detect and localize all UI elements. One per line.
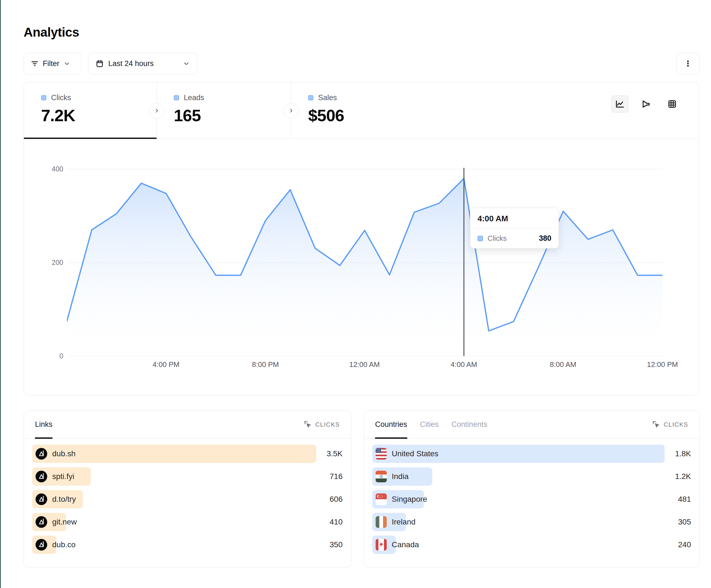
geo-panel: Countries Cities Continents CLICKS: [364, 410, 699, 567]
cities-tab-label: Cities: [420, 420, 439, 429]
country-label: India: [392, 472, 409, 481]
link-row[interactable]: dub.co 350: [32, 536, 343, 554]
x-axis-tick: 12:00 AM: [349, 360, 380, 369]
x-axis-tick: 8:00 PM: [252, 360, 279, 369]
link-clicks-value: 716: [316, 472, 343, 481]
tab-cities[interactable]: Cities: [420, 411, 439, 438]
link-label: spti.fyi: [52, 472, 74, 481]
countries-tab-label: Countries: [375, 420, 407, 429]
y-axis-tick: 0: [44, 352, 63, 360]
date-range-label: Last 24 hours: [108, 59, 154, 68]
link-row[interactable]: spti.fyi 716: [32, 467, 343, 485]
dub-logo-icon: [36, 471, 47, 482]
x-axis-tick: 4:00 AM: [451, 360, 477, 369]
chevron-right-icon: [288, 108, 294, 114]
tab-links[interactable]: Links: [35, 411, 52, 438]
link-label: git.new: [52, 518, 77, 526]
dub-logo-icon: [36, 493, 47, 505]
expand-leads-chevron-button[interactable]: [283, 103, 299, 118]
ireland-flag-icon: [375, 516, 387, 528]
india-flag-icon: [375, 471, 387, 482]
link-clicks-value: 606: [316, 495, 343, 504]
link-clicks-value: 350: [316, 540, 343, 549]
country-clicks-value: 1.8K: [665, 449, 691, 458]
country-label: Ireland: [392, 518, 416, 526]
country-row[interactable]: Canada 240: [372, 536, 691, 554]
country-clicks-value: 481: [665, 495, 691, 504]
geo-metric-selector[interactable]: CLICKS: [652, 421, 688, 429]
country-label: United States: [392, 449, 438, 458]
tooltip-value: 380: [539, 234, 552, 243]
link-clicks-value: 410: [316, 518, 343, 526]
tooltip-series-label: Clicks: [488, 234, 534, 243]
us-flag-icon: [375, 448, 387, 459]
cursor-click-icon: [304, 421, 312, 429]
country-clicks-value: 240: [665, 540, 691, 549]
country-clicks-value: 305: [665, 518, 691, 526]
continents-tab-label: Continents: [451, 420, 487, 429]
country-label: Canada: [392, 540, 419, 549]
tooltip-series-marker: [477, 236, 483, 241]
country-row[interactable]: United States 1.8K: [372, 445, 691, 463]
country-row[interactable]: Singapore 481: [372, 490, 691, 508]
page-title: Analytics: [24, 25, 79, 40]
calendar-icon: [95, 59, 104, 68]
links-metric-selector[interactable]: CLICKS: [304, 421, 340, 429]
filter-lines-icon: [30, 59, 39, 68]
link-row[interactable]: d.to/try 606: [32, 490, 343, 508]
country-row[interactable]: India 1.2K: [372, 467, 691, 485]
dub-logo-icon: [36, 448, 47, 459]
cursor-click-icon: [652, 421, 661, 429]
link-label: dub.co: [52, 540, 76, 549]
analytics-card: Clicks 7.2K Leads 165 Sales $506: [24, 82, 699, 396]
link-clicks-value: 3.5K: [316, 449, 343, 458]
link-label: d.to/try: [52, 495, 76, 504]
chevron-down-icon: [63, 60, 70, 67]
geo-metric-label: CLICKS: [664, 421, 688, 428]
country-label: Singapore: [392, 495, 427, 504]
active-tab-underline: [24, 138, 156, 139]
date-range-button[interactable]: Last 24 hours: [88, 53, 197, 74]
x-axis-tick: 4:00 PM: [153, 360, 180, 369]
link-label: dub.sh: [52, 449, 76, 458]
tab-continents[interactable]: Continents: [451, 411, 487, 438]
links-list: dub.sh 3.5K spti.fyi 716 d.to/try 606: [24, 438, 351, 554]
x-axis-tick: 8:00 AM: [550, 360, 576, 369]
links-metric-label: CLICKS: [316, 421, 340, 428]
countries-list: United States 1.8K India 1.2K: [364, 438, 699, 554]
singapore-flag-icon: [375, 493, 387, 505]
y-axis-tick: 400: [44, 165, 63, 173]
links-tab-label: Links: [35, 420, 52, 429]
chevron-down-icon: [183, 60, 190, 67]
kebab-menu-icon: [684, 59, 692, 68]
expand-clicks-chevron-button[interactable]: [149, 103, 165, 118]
x-axis-tick: 12:00 PM: [647, 360, 678, 369]
chart-canvas[interactable]: [67, 156, 663, 356]
y-axis-tick: 200: [44, 258, 63, 267]
filter-button-label: Filter: [43, 59, 59, 68]
links-panel: Links CLICKS dub.sh 3.5K: [24, 410, 351, 567]
country-row[interactable]: Ireland 305: [372, 513, 691, 531]
window-edge-strip: [0, 0, 1, 588]
link-row[interactable]: dub.sh 3.5K: [32, 445, 343, 463]
chart-area-fill: [67, 179, 663, 356]
country-clicks-value: 1.2K: [665, 472, 691, 481]
clicks-area-chart[interactable]: 400 200 0 4:00 PM 8:00 PM 12:00 AM 4:00 …: [24, 82, 699, 395]
canada-flag-icon: [375, 539, 387, 550]
dub-logo-icon: [36, 516, 47, 528]
link-row[interactable]: git.new 410: [32, 513, 343, 531]
filter-button[interactable]: Filter: [24, 53, 81, 74]
chevron-right-icon: [154, 108, 160, 114]
tooltip-time: 4:00 AM: [470, 208, 559, 229]
chart-tooltip: 4:00 AM Clicks 380: [470, 208, 559, 249]
dub-logo-icon: [36, 539, 47, 550]
tab-countries[interactable]: Countries: [375, 411, 407, 438]
more-options-button[interactable]: [676, 53, 699, 74]
